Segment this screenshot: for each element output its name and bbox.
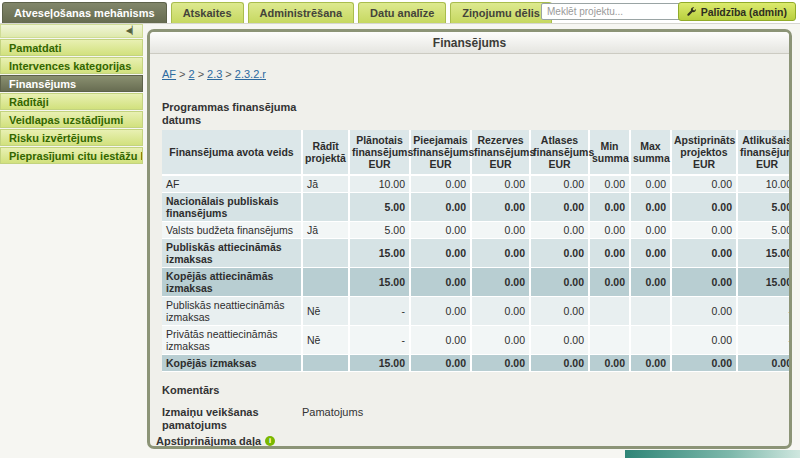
value-cell: -: [350, 326, 411, 355]
table-row-nacionalais: Nacionālais publiskais finansējums 5.00 …: [162, 193, 792, 222]
value-cell: -: [350, 297, 411, 326]
value-cell: 10.00: [738, 176, 792, 193]
reason-row: Izmaiņu veikšanas pamatojums Pamatojums: [162, 406, 789, 432]
tab-atvesejosanas-mehanisms[interactable]: Atveseļošanas mehānisms: [2, 2, 167, 23]
value-cell: 0.00: [411, 176, 472, 193]
value-cell: [590, 326, 631, 355]
value-cell: 0.00: [590, 176, 631, 193]
value-cell: 15.00: [738, 268, 792, 297]
value-cell: 0.00: [472, 297, 531, 326]
value-cell: [303, 268, 350, 297]
row-label-cell: Valsts budžeta finansējums: [162, 222, 303, 239]
row-label-cell: Nacionālais publiskais finansējums: [162, 193, 303, 222]
value-cell: 5.00: [738, 193, 792, 222]
main-panel: Finansējums AF>2>2.3>2.3.2.r Programmas …: [147, 29, 792, 449]
value-cell: 0.00: [631, 222, 672, 239]
col-header-apstiprinats: Apstiprināts projektos EUR: [672, 130, 738, 176]
table-row-af: AF Jā 10.00 0.00 0.00 0.00 0.00 0.00 0.0…: [162, 176, 792, 193]
sidebar-item-raditaji[interactable]: Rādītāji: [0, 93, 143, 110]
col-header-atlikusais: Atlikušais finansējums EUR: [738, 130, 792, 176]
reason-value: Pamatojums: [302, 406, 363, 432]
breadcrumb-separator: >: [225, 68, 231, 80]
breadcrumb-link-af[interactable]: AF: [162, 68, 176, 80]
value-cell: 0.00: [590, 193, 631, 222]
sidebar: ◀▏ Pamatdati Intervences kategorijas Fin…: [0, 24, 143, 164]
value-cell: 0.00: [472, 176, 531, 193]
row-label-cell: Privātās neattiecināmās izmaksas: [162, 326, 303, 355]
col-header-planotais: Plānotais finansējums EUR: [350, 130, 411, 176]
value-cell: -: [738, 297, 792, 326]
sidebar-item-finansejums[interactable]: Finansējums: [0, 75, 143, 92]
value-cell: 0.00: [631, 176, 672, 193]
value-cell: 0.00: [631, 193, 672, 222]
page-title: Finansējums: [150, 32, 789, 54]
help-button[interactable]: Palīdzība (admin): [678, 2, 796, 21]
row-label-cell: Publiskās attiecināmās izmaksas: [162, 239, 303, 268]
value-cell: 0.00: [531, 176, 590, 193]
value-cell: 5.00: [350, 193, 411, 222]
value-cell: 5.00: [738, 222, 792, 239]
help-button-label: Palīdzība (admin): [701, 6, 787, 18]
value-cell: 0.00: [672, 222, 738, 239]
row-label-cell: Publiskās neattiecināmās izmaksas: [162, 297, 303, 326]
value-cell: 0.00: [590, 239, 631, 268]
value-cell: 0.00: [631, 239, 672, 268]
breadcrumb-link-2-3[interactable]: 2.3: [207, 68, 222, 80]
value-cell: 0.00: [531, 297, 590, 326]
value-cell: 0.00: [631, 268, 672, 297]
value-cell: 0.00: [531, 239, 590, 268]
value-cell: Nē: [303, 297, 350, 326]
sidebar-item-pieprasijumi-citu-iestazu-is[interactable]: Pieprasījumi citu iestāžu IS: [0, 147, 143, 164]
col-header-radit-projekta: Rādīt projektā: [303, 130, 350, 176]
value-cell: 0.00: [411, 326, 472, 355]
top-navigation-bar: Atveseļošanas mehānisms Atskaites Admini…: [0, 0, 800, 24]
tab-atskaites[interactable]: Atskaites: [171, 2, 244, 23]
value-cell: 0.00: [672, 297, 738, 326]
table-row-publiskas-neattiecinamas: Publiskās neattiecināmās izmaksas Nē - 0…: [162, 297, 792, 326]
value-cell: 0.00: [590, 355, 631, 372]
col-header-atlases: Atlases finansējums EUR: [531, 130, 590, 176]
value-cell: 0.00: [411, 297, 472, 326]
value-cell: 0.00: [472, 193, 531, 222]
value-cell: 0.00: [672, 239, 738, 268]
table-row-publiskas-attiecinamas: Publiskās attiecināmās izmaksas 15.00 0.…: [162, 239, 792, 268]
tab-datu-analize[interactable]: Datu analīze: [358, 2, 446, 23]
tab-administresana[interactable]: Administrēšana: [248, 2, 355, 23]
sidebar-item-intervences-kategorijas[interactable]: Intervences kategorijas: [0, 57, 143, 74]
breadcrumb: AF>2>2.3>2.3.2.r: [162, 68, 789, 80]
col-header-pieejamais: Pieejamais finansējums EUR: [411, 130, 472, 176]
funding-table: Finansējuma avota veids Rādīt projektā P…: [162, 130, 792, 372]
info-icon[interactable]: i: [265, 436, 275, 446]
value-cell: 0.00: [531, 193, 590, 222]
sidebar-item-pamatdati[interactable]: Pamatdati: [0, 39, 143, 56]
sidebar-item-veidlapas-uzstadijumi[interactable]: Veidlapas uzstādījumi: [0, 111, 143, 128]
breadcrumb-separator: >: [198, 68, 204, 80]
main-tabs: Atveseļošanas mehānisms Atskaites Admini…: [2, 2, 552, 23]
program-funding-date-label: Programmas finansējuma datums: [162, 101, 312, 127]
value-cell: 0.00: [411, 193, 472, 222]
value-cell: 0.00: [590, 222, 631, 239]
value-cell: 0.00: [411, 222, 472, 239]
breadcrumb-separator: >: [179, 68, 185, 80]
table-header-row: Finansējuma avota veids Rādīt projektā P…: [162, 130, 792, 176]
value-cell: 0.00: [472, 239, 531, 268]
col-header-rezerves: Rezerves finansējums EUR: [472, 130, 531, 176]
value-cell: [303, 239, 350, 268]
bottom-decorative-strip: [625, 450, 800, 458]
row-label-cell: Kopējās attiecināmās izmaksas: [162, 268, 303, 297]
value-cell: -: [738, 326, 792, 355]
value-cell: 0.00: [531, 326, 590, 355]
value-cell: 15.00: [350, 268, 411, 297]
collapse-sidebar-icon[interactable]: ◀▏: [126, 27, 138, 35]
comment-label: Komentārs: [162, 384, 789, 396]
value-cell: [590, 297, 631, 326]
value-cell: 0.00: [472, 326, 531, 355]
tab-zinojumu-delis[interactable]: Ziņojumu dēlis: [450, 2, 552, 23]
value-cell: 0.00: [672, 176, 738, 193]
value-cell: 15.00: [350, 239, 411, 268]
approval-label-text: Apstiprinājuma daļa: [156, 435, 261, 447]
breadcrumb-link-2[interactable]: 2: [189, 68, 195, 80]
value-cell: [631, 326, 672, 355]
sidebar-item-risku-izvertejums[interactable]: Risku izvērtējums: [0, 129, 143, 146]
breadcrumb-link-2-3-2-r[interactable]: 2.3.2.r: [235, 68, 266, 80]
